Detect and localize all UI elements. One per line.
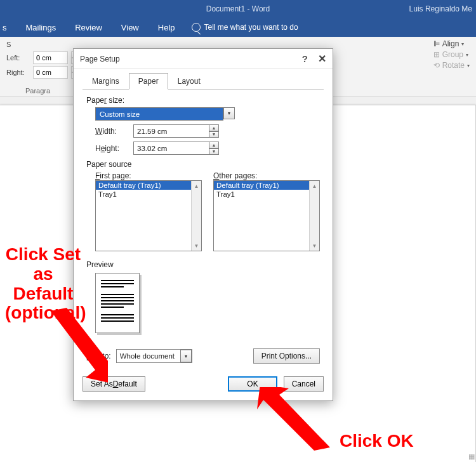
tab-partial[interactable]: s: [3, 19, 10, 36]
svg-marker-1: [257, 387, 330, 451]
svg-marker-0: [51, 308, 108, 384]
title-bar: Document1 - Word Luis Reginaldo Me: [0, 0, 476, 18]
dialog-close-button[interactable]: ✕: [318, 53, 326, 65]
dialog-title: Page Setup: [80, 55, 120, 63]
indent-right-input[interactable]: 0 cm: [33, 66, 68, 79]
ribbon-tabs: s Mailings Review View Help Tell me what…: [0, 18, 476, 37]
height-label: Height:: [95, 144, 133, 153]
scrollbar[interactable]: ▲▼: [191, 181, 201, 251]
document-title: Document1 - Word: [206, 4, 270, 13]
lightbulb-icon: [192, 23, 201, 32]
apply-to-select[interactable]: Whole document ▾: [116, 349, 192, 363]
list-item[interactable]: Tray1: [96, 190, 201, 199]
rotate-menu: ⟲ Rotate ▾: [433, 61, 470, 70]
page-setup-dialog: Page Setup ? ✕ Margins Paper Layout Pape…: [73, 48, 333, 401]
tab-layout[interactable]: Layout: [168, 73, 210, 89]
tab-margins[interactable]: Margins: [83, 73, 129, 89]
status-bar-icon: ▦: [468, 452, 475, 461]
align-menu[interactable]: ⊫ Align ▾: [433, 39, 470, 48]
tab-mailings[interactable]: Mailings: [23, 19, 59, 36]
paper-size-dropdown-button[interactable]: ▾: [223, 107, 235, 119]
list-item[interactable]: Default tray (Tray1): [96, 181, 201, 190]
paragraph-group-label: Paragra: [25, 87, 50, 95]
tab-paper[interactable]: Paper: [129, 73, 168, 89]
width-spinner[interactable]: ▲▼: [209, 124, 219, 138]
width-input[interactable]: 21.59 cm: [133, 124, 209, 138]
paper-source-label: Paper source: [86, 160, 320, 169]
list-item[interactable]: Tray1: [214, 190, 319, 199]
scrollbar[interactable]: ▲▼: [309, 181, 319, 251]
other-pages-listbox[interactable]: Default tray (Tray1) Tray1 ▲▼: [213, 180, 320, 251]
arrow-icon: [32, 305, 108, 387]
annotation-click-ok: Click OK: [340, 432, 414, 451]
tell-me-label: Tell me what you want to do: [204, 23, 298, 32]
paper-size-select[interactable]: Custom size: [95, 107, 223, 121]
tab-review[interactable]: Review: [72, 19, 105, 36]
height-spinner[interactable]: ▲▼: [209, 142, 219, 155]
list-item[interactable]: Default tray (Tray1): [214, 181, 319, 190]
height-input[interactable]: 33.02 cm: [133, 142, 209, 155]
indent-left-label: Left:: [6, 54, 29, 62]
first-page-listbox[interactable]: Default tray (Tray1) Tray1 ▲▼: [95, 180, 202, 251]
print-options-button[interactable]: Print Options...: [253, 348, 320, 364]
tab-view[interactable]: View: [119, 19, 142, 36]
user-name: Luis Reginaldo Me: [409, 4, 472, 13]
first-page-label: First page:: [95, 171, 202, 180]
preview-label: Preview: [86, 260, 320, 269]
tell-me-search[interactable]: Tell me what you want to do: [192, 23, 298, 32]
indent-left-input[interactable]: 0 cm: [33, 51, 68, 64]
other-pages-label: Other pages:: [213, 171, 320, 180]
apply-to-dropdown-button[interactable]: ▾: [180, 350, 192, 362]
dialog-help-button[interactable]: ?: [302, 53, 308, 64]
indent-right-label: Right:: [6, 69, 29, 76]
paper-size-label: Paper size:: [86, 96, 320, 105]
arrow-icon: [254, 387, 343, 457]
tab-help[interactable]: Help: [155, 19, 178, 36]
width-label: Width:: [95, 127, 133, 136]
group-menu: ⊞ Group ▾: [433, 50, 470, 59]
